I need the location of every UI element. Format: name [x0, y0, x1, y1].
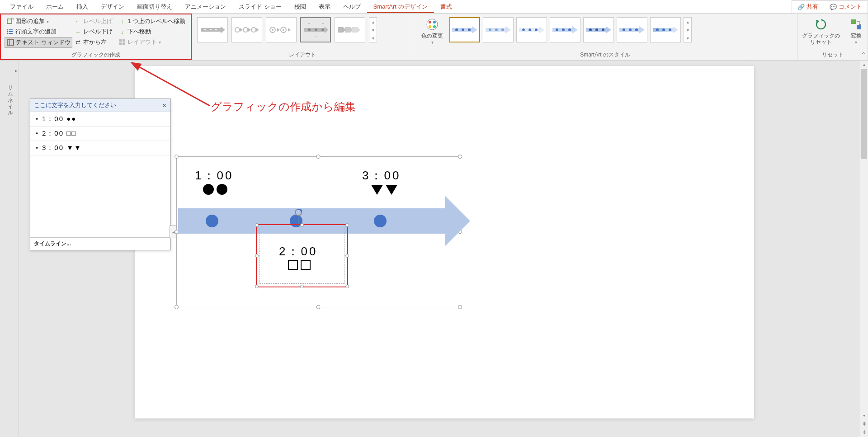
expand-gallery-icon[interactable]: ▾ [684, 34, 691, 42]
resize-handle[interactable] [255, 254, 259, 258]
group-create-graphic: 図形の追加 ▾ 行頭文字の追加 テキスト ウィンドウ ← レベル上げ [0, 14, 192, 60]
palette-icon [425, 17, 439, 32]
svg-marker-23 [256, 28, 259, 32]
style-option-1-selected[interactable] [449, 17, 480, 42]
rtl-label: 右から左 [83, 38, 107, 46]
timeline-arrow-head[interactable] [445, 196, 470, 246]
tab-insert[interactable]: 挿入 [70, 0, 94, 13]
svg-point-73 [623, 28, 625, 31]
scroll-up-icon[interactable]: ▴ [684, 18, 691, 26]
rotate-handle-icon[interactable] [294, 208, 303, 217]
move-down-button[interactable]: ↓ 下へ移動 [117, 27, 187, 37]
text-pane-item[interactable]: 1：00 ●● [30, 112, 170, 127]
resize-handle[interactable] [458, 305, 462, 309]
resize-handle[interactable] [345, 223, 349, 227]
resize-handle[interactable] [345, 285, 349, 288]
resize-handle[interactable] [175, 155, 179, 159]
triangle-icon [386, 185, 397, 195]
tab-file[interactable]: ファイル [4, 0, 40, 13]
timeline-label-3[interactable]: 3：00 [362, 168, 401, 183]
text-pane-footer[interactable]: タイムライン... [30, 237, 170, 250]
style-option-2[interactable] [483, 17, 514, 42]
tab-format[interactable]: 書式 [434, 0, 458, 13]
convert-button[interactable]: 変換 ▾ [844, 15, 868, 47]
timeline-dot-1[interactable] [206, 215, 218, 227]
style-option-3[interactable] [516, 17, 547, 42]
svg-marker-52 [505, 26, 511, 33]
scroll-down-icon[interactable]: ▾ [684, 26, 691, 34]
text-pane-item[interactable]: 2：00 □□ [30, 127, 170, 141]
resize-handle[interactable] [175, 305, 179, 309]
text-window-button[interactable]: テキスト ウィンドウ [5, 37, 72, 48]
svg-point-78 [656, 28, 659, 31]
share-button[interactable]: 🔗 共有 [792, 0, 824, 13]
layout-option-4-selected[interactable] [300, 17, 331, 42]
scroll-down-icon[interactable]: ▾ [860, 412, 868, 420]
demote-button[interactable]: → レベル下げ [72, 27, 117, 37]
resize-handle[interactable] [316, 155, 321, 159]
tab-animation[interactable]: アニメーション [179, 0, 232, 13]
text-pane: ここに文字を入力してください ✕ 1：00 ●● 2：00 □□ 3：00 ▼▼… [30, 99, 171, 250]
text-pane-item[interactable]: 3：00 ▼▼ [30, 141, 170, 155]
tab-design[interactable]: デザイン [94, 0, 131, 13]
resize-handle[interactable] [300, 223, 304, 227]
prev-slide-icon[interactable]: ⇞ [860, 421, 868, 429]
close-icon[interactable]: ✕ [162, 102, 167, 109]
resize-handle[interactable] [255, 285, 259, 288]
expand-gallery-icon[interactable]: ▾ [369, 34, 377, 42]
resize-handle[interactable] [316, 305, 321, 309]
svg-point-50 [468, 28, 471, 31]
resize-handle[interactable] [345, 254, 349, 258]
timeline-dot-3[interactable] [374, 215, 387, 227]
resize-handle[interactable] [458, 155, 462, 159]
scroll-up-icon[interactable]: ▴ [860, 61, 868, 69]
tab-view[interactable]: 表示 [312, 0, 337, 13]
layout-option-5[interactable] [335, 17, 365, 42]
style-gallery-more[interactable]: ▴ ▾ ▾ [684, 17, 692, 42]
next-slide-icon[interactable]: ⇟ [860, 429, 868, 437]
scroll-down-icon[interactable]: ▾ [369, 26, 377, 34]
comment-button[interactable]: 💬 コメント [824, 0, 868, 13]
group-create-label: グラフィックの作成 [1, 50, 191, 60]
chevron-down-icon: ▾ [431, 40, 434, 45]
text-pane-body[interactable]: 1：00 ●● 2：00 □□ 3：00 ▼▼ [30, 112, 170, 237]
thumbnail-expand-icon[interactable]: ▸ [15, 68, 18, 74]
svg-marker-40 [352, 27, 360, 33]
rtl-button[interactable]: ⇄ 右から左 [72, 37, 117, 47]
vertical-scrollbar[interactable]: ▴ ▾ ⇞ ⇟ [860, 61, 868, 437]
tab-help[interactable]: ヘルプ [337, 0, 367, 13]
reset-graphic-button[interactable]: グラフィックの リセット [797, 15, 844, 47]
share-icon: 🔗 [797, 4, 805, 10]
add-bullet-button[interactable]: 行頭文字の追加 [5, 27, 72, 37]
ribbon-collapse-button[interactable]: ⌃ [861, 51, 866, 58]
change-colors-button[interactable]: 色の変更 ▾ [417, 15, 448, 47]
move-up-button[interactable]: ↑ 1 つ上のレベルへ移動 [117, 16, 187, 26]
layout-option-2[interactable] [231, 17, 262, 42]
scroll-up-icon[interactable]: ▴ [369, 18, 377, 26]
layout-icon [118, 38, 126, 46]
scrollbar-thumb[interactable] [861, 69, 867, 159]
tab-slideshow[interactable]: スライド ショー [232, 0, 288, 13]
add-shape-button[interactable]: 図形の追加 ▾ [5, 16, 72, 26]
style-option-7[interactable] [650, 17, 681, 42]
style-option-4[interactable] [550, 17, 580, 42]
svg-marker-47 [472, 26, 477, 33]
style-option-5[interactable] [583, 17, 614, 42]
timeline-label-1[interactable]: 1：00 [195, 168, 233, 183]
resize-handle[interactable] [300, 285, 304, 288]
svg-point-69 [595, 28, 598, 31]
resize-handle[interactable] [255, 223, 259, 227]
svg-point-22 [251, 28, 256, 32]
svg-point-60 [535, 28, 538, 32]
tab-smartart-design[interactable]: SmartArt のデザイン [367, 0, 434, 13]
tab-home[interactable]: ホーム [40, 0, 70, 13]
thumbnail-rail: ▸ サムネイル [0, 61, 19, 437]
layout-option-1[interactable] [197, 17, 228, 42]
svg-rect-7 [7, 40, 14, 45]
selected-shape-highlight [256, 224, 348, 287]
style-option-6[interactable] [617, 17, 647, 42]
layout-option-3[interactable] [266, 17, 297, 42]
tab-review[interactable]: 校閲 [288, 0, 312, 13]
layout-gallery-more[interactable]: ▴ ▾ ▾ [369, 17, 377, 42]
tab-transitions[interactable]: 画面切り替え [131, 0, 179, 13]
